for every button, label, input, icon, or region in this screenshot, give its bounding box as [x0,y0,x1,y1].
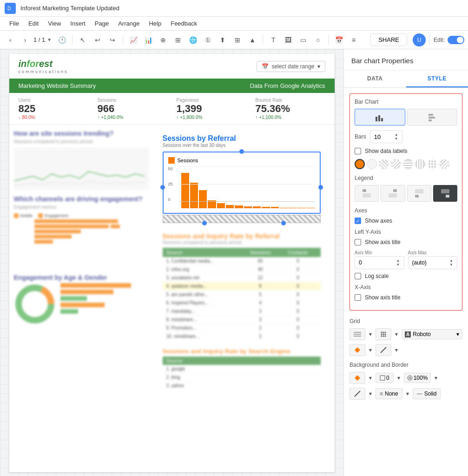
axis-max-spinner[interactable]: ▲▼ [449,258,453,267]
table-btn[interactable]: ⊞ [171,33,185,46]
bar-chart-btn[interactable]: 📊 [142,33,155,46]
border-color-btn[interactable] [349,388,365,400]
swatch-pattern3[interactable] [403,159,413,169]
fill-dropdown-arrow[interactable]: ▾ [369,347,372,353]
cal-btn[interactable]: 📅 [332,33,345,46]
font-select[interactable]: A Roboto ▾ [402,329,462,339]
show-axes-cb[interactable]: ✓ [355,218,361,224]
legend-bottom-left-btn[interactable] [407,185,431,202]
bg-fill-dropdown[interactable]: ▾ [369,375,372,381]
date-range-button[interactable]: 📅 select date range ▾ [257,61,325,72]
handle-bottom-right[interactable] [281,221,286,225]
show-data-labels-cb[interactable] [355,148,361,154]
arrow-up[interactable]: ▲ [395,132,398,137]
swatch-pattern1[interactable] [379,159,389,169]
metric-pageviews-change: ↑ +1,800.0% [177,115,246,120]
page-dropdown-arrow[interactable]: ▼ [47,37,52,42]
panel-title: Bar chart Properties [344,49,468,71]
menu-insert[interactable]: Insert [66,18,90,29]
horizontal-bar-btn[interactable] [407,109,458,126]
legend-top-right-btn[interactable] [381,185,405,202]
swatch-orange[interactable] [355,159,365,169]
axis-max-field[interactable]: (auto) ▲▼ [408,256,458,269]
select-tool[interactable]: ↖ [76,33,89,46]
border-size-select[interactable]: 0 [376,373,394,383]
rect-btn[interactable]: ▭ [297,33,310,46]
border-dropdown[interactable]: ▾ [397,375,400,381]
bg-fill-btn[interactable] [349,372,365,384]
swatch-pattern4[interactable] [415,159,425,169]
border-style-select[interactable]: ≡ None [376,388,402,399]
border-color-dropdown[interactable]: ▾ [369,390,372,397]
svg-point-30 [385,336,386,337]
num-btn[interactable]: ① [201,33,214,46]
swatch-dots[interactable] [427,159,437,169]
drag-handle[interactable] [163,215,321,223]
undo-button[interactable]: ↩ [91,33,104,46]
grid-dropdown-arrow[interactable]: ▾ [369,331,372,337]
metric-users-label: Users [19,98,88,103]
arrow-down[interactable]: ▼ [395,137,398,141]
swatch-white[interactable] [367,159,377,169]
vertical-bar-btn[interactable] [355,109,405,126]
show-axis-title-y-cb[interactable] [355,239,361,245]
forward-button[interactable]: › [19,33,32,46]
handle-left[interactable] [160,185,165,190]
font-dropdown-arrow[interactable]: ▾ [456,331,459,337]
grid-dots-dropdown-arrow[interactable]: ▾ [395,331,398,337]
upload-btn[interactable]: ⬆ [216,33,229,46]
axis-min-field[interactable]: 0 ▲▼ [355,256,404,269]
swatch-pattern5[interactable] [439,159,449,169]
edit-toggle-switch[interactable] [448,36,464,44]
menu-arrange[interactable]: Arrange [113,18,144,29]
handle-bottom-left[interactable] [202,221,207,225]
add-chart-btn[interactable]: ⊕ [157,33,170,46]
chart-wrapper[interactable]: Sessions 50 25 0 [163,152,321,223]
canvas-area[interactable]: inforest communications 📅 select date ra… [0,49,343,476]
legend-top-left-btn[interactable] [355,185,379,202]
text-btn[interactable]: T [267,33,280,46]
globe-btn[interactable]: 🌐 [186,33,199,46]
circle-btn[interactable]: ○ [311,33,324,46]
border-style-dropdown[interactable]: ▾ [406,390,409,397]
opacity-dropdown[interactable]: ▾ [435,375,437,381]
menu-file[interactable]: File [5,18,24,29]
tab-style[interactable]: STYLE [406,71,468,87]
grid-lines-btn[interactable] [349,328,365,340]
line-btn[interactable] [376,344,391,356]
back-button[interactable]: ‹ [4,33,17,46]
area-chart-btn[interactable]: ▲ [246,33,259,46]
menu-page[interactable]: Page [90,18,113,29]
y-axis: 50 25 0 [168,166,173,202]
axes-section: Axes ✓ Show axes [355,207,457,224]
handle-top[interactable] [239,149,244,154]
opacity-container[interactable]: 100% [404,373,431,383]
handle-right[interactable] [318,185,323,190]
filter-btn[interactable]: ≡ [347,33,360,46]
line-chart-placeholder [14,148,149,190]
user-avatar[interactable]: U [413,33,426,46]
share-button[interactable]: SHARE [370,33,407,46]
legend-bottom-right-btn[interactable] [433,185,457,202]
axis-min-spinner[interactable]: ▲▼ [396,258,400,267]
menu-edit[interactable]: Edit [24,18,43,29]
log-scale-cb[interactable] [355,273,361,279]
menu-feedback[interactable]: Feedback [166,18,202,29]
swatch-pattern2[interactable] [391,159,401,169]
image-btn[interactable]: 🖼 [282,33,295,46]
combo-btn[interactable]: ⊞ [231,33,244,46]
line-chart-btn[interactable]: 📈 [127,33,140,46]
history-button[interactable]: 🕐 [55,33,68,46]
menu-view[interactable]: View [43,18,66,29]
fill-btn[interactable] [349,344,365,356]
bars-input[interactable]: 10 ▲ ▼ [370,130,402,143]
tab-data[interactable]: DATA [344,71,406,87]
spinner-arrows[interactable]: ▲ ▼ [395,132,398,141]
border-line-select[interactable]: — Solid [413,388,441,399]
show-axis-title-x-cb[interactable] [355,294,361,301]
menu-help[interactable]: Help [144,18,166,29]
redo-button[interactable]: ↪ [106,33,119,46]
grid-dots-btn[interactable] [376,328,391,340]
bar-chart[interactable]: Sessions 50 25 0 [163,152,321,214]
line-dropdown-arrow[interactable]: ▾ [395,347,398,353]
